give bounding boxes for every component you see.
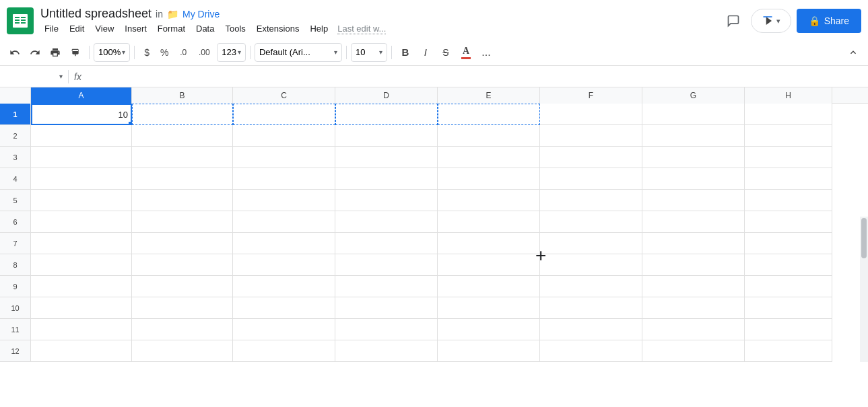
col-header-F[interactable]: F [540,87,642,104]
cell-H3[interactable] [745,147,832,168]
drive-label[interactable]: My Drive [182,9,220,20]
row-num-8[interactable]: 8 [0,254,31,276]
row-num-1[interactable]: 1 [0,104,31,125]
cell-B10[interactable] [132,297,233,319]
cell-H2[interactable] [745,125,832,147]
cell-B3[interactable] [132,147,233,168]
menu-file[interactable]: File [40,22,63,35]
cell-D2[interactable] [335,125,438,147]
cell-B4[interactable] [132,168,233,190]
format-type-selector[interactable]: 123 ▾ [217,43,246,62]
cell-G5[interactable] [642,190,745,211]
menu-extensions[interactable]: Extensions [253,22,304,35]
cell-E11[interactable] [438,319,540,340]
menu-data[interactable]: Data [192,22,218,35]
cell-F3[interactable] [540,147,642,168]
cell-C9[interactable] [233,276,335,297]
cell-A4[interactable] [31,168,132,190]
cell-E7[interactable] [438,233,540,254]
menu-view[interactable]: View [91,22,118,35]
col-header-C[interactable]: C [233,87,335,104]
row-num-11[interactable]: 11 [0,319,31,340]
cell-A9[interactable] [31,276,132,297]
cell-A12[interactable] [31,340,132,362]
cell-B6[interactable] [132,211,233,233]
cell-A5[interactable] [31,190,132,211]
row-num-2[interactable]: 2 [0,125,31,147]
cell-G6[interactable] [642,211,745,233]
row-num-5[interactable]: 5 [0,190,31,211]
zoom-selector[interactable]: 100% ▾ [94,43,130,62]
col-header-D[interactable]: D [335,87,438,104]
cell-C6[interactable] [233,211,335,233]
cell-H4[interactable] [745,168,832,190]
font-size-selector[interactable]: 10 ▾ [351,43,387,62]
cell-C4[interactable] [233,168,335,190]
cell-A8[interactable] [31,254,132,276]
col-header-A[interactable]: A [31,87,132,104]
row-num-10[interactable]: 10 [0,297,31,319]
cell-G10[interactable] [642,297,745,319]
cell-D1[interactable] [335,104,438,125]
cell-H11[interactable] [745,319,832,340]
formula-input[interactable]: 10 [84,69,865,85]
menu-tools[interactable]: Tools [221,22,249,35]
undo-button[interactable] [5,43,24,62]
cell-H10[interactable] [745,297,832,319]
cell-A6[interactable] [31,211,132,233]
cell-B8[interactable] [132,254,233,276]
comment-button[interactable] [721,9,745,33]
font-selector[interactable]: Default (Ari... ▾ [255,43,342,62]
cell-reference-input[interactable]: A1 [3,69,57,85]
cell-F12[interactable] [540,340,642,362]
cell-E6[interactable] [438,211,540,233]
share-button[interactable]: 🔒 Share [797,9,861,33]
scrollbar-thumb[interactable] [861,218,867,258]
document-title[interactable]: Untitled spreadsheet [40,7,152,21]
cell-E4[interactable] [438,168,540,190]
cell-G12[interactable] [642,340,745,362]
collapse-toolbar-button[interactable] [844,43,863,62]
cell-D9[interactable] [335,276,438,297]
row-num-7[interactable]: 7 [0,233,31,254]
decimal-more-button[interactable]: .00 [194,43,214,62]
cell-E9[interactable] [438,276,540,297]
cell-E1[interactable] [438,104,540,125]
cell-D7[interactable] [335,233,438,254]
strikethrough-button[interactable]: S [436,43,455,62]
cell-D4[interactable] [335,168,438,190]
cell-F6[interactable] [540,211,642,233]
cell-G3[interactable] [642,147,745,168]
italic-button[interactable]: I [416,43,435,62]
cell-B12[interactable] [132,340,233,362]
cell-ref-dropdown[interactable]: ▾ [59,73,63,80]
col-header-G[interactable]: G [642,87,745,104]
cell-D8[interactable] [335,254,438,276]
cell-A10[interactable] [31,297,132,319]
cell-A1[interactable]: 10 [31,104,132,125]
cell-D5[interactable] [335,190,438,211]
col-header-E[interactable]: E [438,87,540,104]
paint-format-button[interactable] [66,43,85,62]
cell-C7[interactable] [233,233,335,254]
decimal-less-button[interactable]: .0 [174,43,193,62]
cell-G1[interactable] [642,104,745,125]
cell-G2[interactable] [642,125,745,147]
cell-C1[interactable] [233,104,335,125]
cell-B5[interactable] [132,190,233,211]
cell-F1[interactable] [540,104,642,125]
corner-cell[interactable] [0,87,31,104]
col-header-H[interactable]: H [745,87,832,104]
cell-F10[interactable] [540,297,642,319]
cell-D11[interactable] [335,319,438,340]
cell-E3[interactable] [438,147,540,168]
cell-H7[interactable] [745,233,832,254]
cell-A11[interactable] [31,319,132,340]
cell-H9[interactable] [745,276,832,297]
cell-H8[interactable] [745,254,832,276]
row-num-12[interactable]: 12 [0,340,31,362]
cell-F5[interactable] [540,190,642,211]
cell-C10[interactable] [233,297,335,319]
cell-H6[interactable] [745,211,832,233]
cell-D12[interactable] [335,340,438,362]
